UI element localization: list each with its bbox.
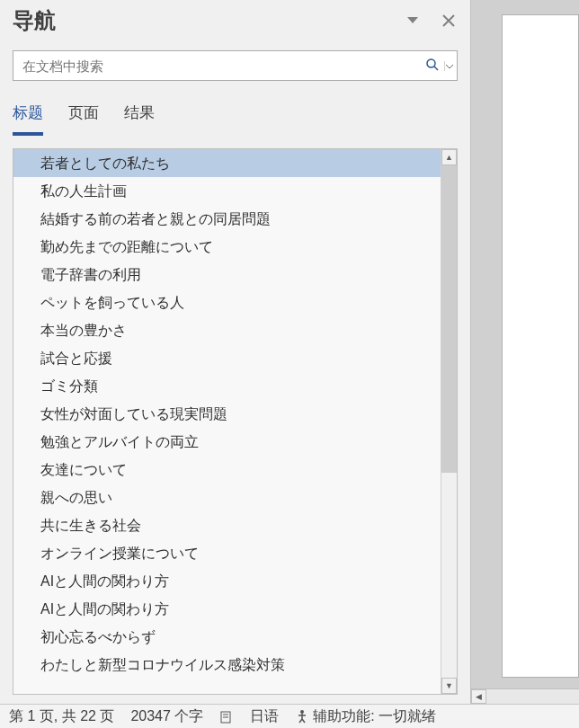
heading-item[interactable]: 共に生きる社会 xyxy=(13,511,441,539)
accessibility-status[interactable]: 辅助功能: 一切就绪 xyxy=(295,707,436,726)
heading-item[interactable]: 試合と応援 xyxy=(13,344,441,372)
heading-item[interactable]: ペットを飼っている人 xyxy=(13,289,441,316)
language-status[interactable]: 日语 xyxy=(250,707,279,726)
document-page[interactable] xyxy=(502,14,579,678)
heading-item[interactable]: 勉強とアルバイトの両立 xyxy=(13,428,441,456)
heading-item[interactable]: 初心忘るべからず xyxy=(13,623,441,651)
heading-item[interactable]: 女性が対面している現実問題 xyxy=(13,400,441,428)
search-input[interactable] xyxy=(13,53,421,79)
accessibility-label: 辅助功能: 一切就绪 xyxy=(313,707,436,726)
navigation-panel: 导航 标题 页面 结果 若者としての私たち私の人生計画結婚する前の若者と親との同… xyxy=(0,0,471,704)
horizontal-scrollbar: ◀ xyxy=(471,688,579,704)
scroll-up-button[interactable]: ▲ xyxy=(441,149,457,165)
heading-item[interactable]: AIと人間の関わり方 xyxy=(13,567,441,595)
proofing-icon xyxy=(219,709,234,724)
svg-line-1 xyxy=(434,67,438,70)
h-scroll-left-button[interactable]: ◀ xyxy=(471,689,486,704)
heading-item[interactable]: 私の人生計画 xyxy=(13,177,441,205)
scroll-thumb[interactable] xyxy=(441,165,457,473)
search-box xyxy=(13,50,458,81)
tab-headings[interactable]: 标题 xyxy=(13,102,43,136)
word-count-status[interactable]: 20347 个字 xyxy=(130,707,203,726)
headings-list: 若者としての私たち私の人生計画結婚する前の若者と親との同居問題勤め先までの距離に… xyxy=(13,149,441,694)
heading-item[interactable]: わたしと新型コロナウイルス感染対策 xyxy=(13,651,441,679)
search-icon[interactable] xyxy=(421,58,444,74)
scroll-down-button[interactable]: ▼ xyxy=(441,678,457,694)
heading-item[interactable]: AIと人間の関わり方 xyxy=(13,595,441,623)
headings-container: 若者としての私たち私の人生計画結婚する前の若者と親との同居問題勤め先までの距離に… xyxy=(13,148,458,695)
panel-options-dropdown[interactable] xyxy=(404,12,422,30)
search-options-dropdown[interactable] xyxy=(444,61,457,71)
document-area xyxy=(471,0,579,704)
heading-item[interactable]: 親への思い xyxy=(13,484,441,511)
heading-item[interactable]: 友達について xyxy=(13,456,441,484)
h-scroll-track[interactable] xyxy=(486,689,579,704)
close-panel-button[interactable] xyxy=(440,12,458,30)
status-bar: 第 1 页, 共 22 页 20347 个字 日语 辅助功能: 一切就绪 xyxy=(0,704,579,728)
proofing-status[interactable] xyxy=(219,709,234,724)
heading-item[interactable]: 電子辞書の利用 xyxy=(13,261,441,289)
nav-tabs: 标题 页面 结果 xyxy=(0,90,470,136)
heading-item[interactable]: 勤め先までの距離について xyxy=(13,233,441,261)
scroll-track[interactable] xyxy=(441,165,457,678)
svg-point-3 xyxy=(300,710,304,714)
accessibility-icon xyxy=(295,709,309,724)
heading-item[interactable]: 若者としての私たち xyxy=(13,149,441,177)
tab-results[interactable]: 结果 xyxy=(124,102,155,136)
tab-pages[interactable]: 页面 xyxy=(68,102,99,136)
vertical-scrollbar: ▲ ▼ xyxy=(441,149,457,694)
page-count-status[interactable]: 第 1 页, 共 22 页 xyxy=(9,707,114,726)
heading-item[interactable]: 本当の豊かさ xyxy=(13,316,441,344)
heading-item[interactable]: オンライン授業について xyxy=(13,539,441,567)
heading-item[interactable]: 結婚する前の若者と親との同居問題 xyxy=(13,205,441,233)
nav-header: 导航 xyxy=(0,0,470,41)
heading-item[interactable]: ゴミ分類 xyxy=(13,372,441,400)
search-wrap xyxy=(0,41,470,90)
nav-title: 导航 xyxy=(13,6,386,35)
svg-point-0 xyxy=(427,59,435,67)
